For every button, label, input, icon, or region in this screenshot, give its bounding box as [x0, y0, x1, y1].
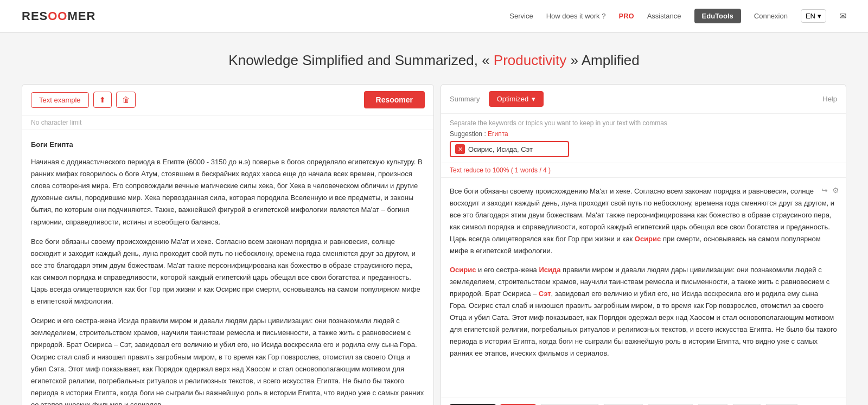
left-paragraph-2: Все боги обязаны своему происхождению Ма… — [31, 236, 425, 308]
highlighted-isida: Исида — [539, 266, 560, 274]
nav-assistance[interactable]: Assistance — [647, 12, 681, 20]
suggestion-hint-area: Separate the keywords or topics you want… — [441, 114, 846, 163]
settings-icon[interactable]: ⚙ — [832, 184, 839, 197]
delete-icon: 🗑 — [122, 95, 130, 104]
highlighted-osiris-1: Осирис — [635, 235, 661, 243]
chevron-down-icon: ▾ — [532, 95, 535, 103]
nav-service[interactable]: Service — [509, 12, 533, 20]
right-toolbar: Summary Optimized ▾ Help — [441, 85, 846, 114]
right-content-area[interactable]: ↪ ⚙ Все боги обязаны своему происхождени… — [441, 178, 846, 397]
mail-icon[interactable]: ✉ — [839, 11, 846, 21]
highlighted-osiris-2: Осирис — [450, 266, 476, 274]
nav-how-it-works[interactable]: How does it work ? — [546, 12, 606, 20]
left-panel: Text example ⬆ 🗑 Resoomer No character l… — [22, 84, 434, 405]
highlighted-set: Сэт — [539, 290, 551, 298]
nav-links: Service How does it work ? PRO Assistanc… — [509, 9, 846, 23]
tab-help[interactable]: Help — [822, 95, 837, 103]
keyword-value: Осирис, Исида, Сэт — [468, 145, 533, 153]
upload-icon: ⬆ — [99, 95, 106, 104]
logo: RESOOMER — [22, 9, 95, 23]
delete-button[interactable]: 🗑 — [116, 92, 136, 108]
nav-edutools[interactable]: EduTools — [694, 9, 741, 23]
upload-button[interactable]: ⬆ — [93, 92, 112, 108]
nav-connexion[interactable]: Connexion — [754, 12, 788, 20]
right-panel: Summary Optimized ▾ Help Separate the ke… — [441, 84, 846, 405]
text-title: Боги Египта — [31, 139, 425, 151]
logo-part3: MER — [67, 9, 95, 23]
keyword-box[interactable]: ✕ Осирис, Исида, Сэт — [450, 141, 569, 157]
main-layout: Text example ⬆ 🗑 Resoomer No character l… — [11, 84, 857, 405]
right-paragraph-2: Осирис и его сестра-жена Исида правили м… — [450, 264, 837, 360]
share-content-icon[interactable]: ↪ — [821, 184, 828, 197]
keyword-remove-button[interactable]: ✕ — [455, 144, 465, 154]
navigation: RESOOMER Service How does it work ? PRO … — [0, 0, 868, 33]
suggestion-hint-text: Separate the keywords or topics you want… — [450, 119, 837, 127]
left-toolbar: Text example ⬆ 🗑 Resoomer — [22, 85, 433, 115]
hero-section: Knowledge Simplified and Summarized, « P… — [0, 33, 868, 84]
bottom-action-bar: Assistant Share Paraphrasing Rewrite Tra… — [441, 397, 846, 405]
left-paragraph-3: Осирис и его сестра-жена Исида правили м… — [31, 315, 425, 405]
char-limit-label: No character limit — [22, 115, 433, 130]
left-text-area[interactable]: Боги Египта Начиная с додинастического п… — [22, 130, 433, 405]
suggestion-row: Suggestion : Египта — [450, 130, 837, 138]
tab-summary[interactable]: Summary — [450, 95, 480, 103]
left-paragraph-1: Начиная с додинастического периода в Еги… — [31, 156, 425, 228]
resoomer-button[interactable]: Resoomer — [364, 91, 425, 108]
language-selector[interactable]: EN ▾ — [801, 9, 826, 23]
suggestion-label: Suggestion : Египта — [450, 130, 508, 138]
nav-pro[interactable]: PRO — [618, 12, 634, 20]
content-action-icons: ↪ ⚙ — [821, 184, 839, 197]
chevron-down-icon: ▾ — [818, 12, 821, 20]
text-example-button[interactable]: Text example — [31, 92, 89, 108]
text-reduce-label: Text reduce to 100% ( 1 words / 4 ) — [441, 163, 846, 178]
logo-part1: RES — [22, 9, 48, 23]
hero-highlight: Productivity — [494, 52, 566, 68]
right-paragraph-1: Все боги обязаны своему происхождению Ма… — [450, 185, 837, 258]
logo-part2: OO — [48, 9, 67, 23]
optimized-button[interactable]: Optimized ▾ — [489, 91, 544, 107]
